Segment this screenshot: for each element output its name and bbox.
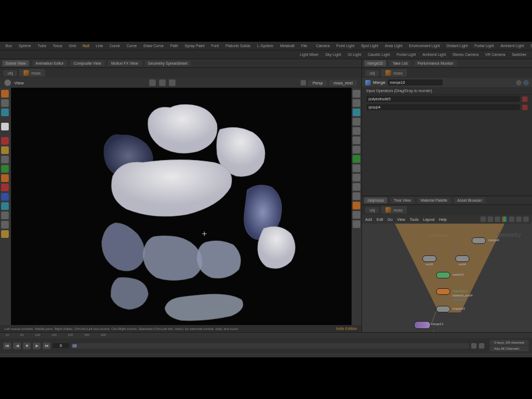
network-canvas[interactable]: Geometry subnetwork merge9 — [362, 224, 532, 332]
param-path-obj[interactable]: obj — [365, 70, 379, 76]
net-ico-6[interactable] — [523, 216, 529, 222]
current-frame-field[interactable] — [53, 343, 69, 348]
shelf-distlight[interactable]: Distant Light — [444, 43, 470, 49]
net-tab-path[interactable]: /obj/moss — [364, 197, 387, 203]
arrow-tool-icon[interactable] — [1, 123, 9, 130]
path-tab-moss[interactable]: moss — [19, 69, 45, 77]
first-frame-button[interactable]: ⏮ — [3, 343, 11, 349]
shelf-vr2[interactable]: VR Camera — [483, 52, 508, 58]
shelf-spotlight[interactable]: Spot Light — [359, 43, 381, 49]
param-tab-perfmon[interactable]: Performance Monitor — [414, 60, 456, 66]
delete-input-1-icon[interactable] — [522, 105, 528, 110]
node-switch3[interactable]: switch3 — [436, 272, 450, 278]
snap2-icon[interactable] — [159, 79, 166, 86]
menu-go[interactable]: Go — [388, 218, 393, 221]
tab-motionfx[interactable]: Motion FX View — [108, 60, 142, 66]
timeline-opt-icon[interactable] — [471, 343, 477, 349]
shelf-gi[interactable]: GI Light — [346, 52, 364, 58]
shelf-tube[interactable]: Tube — [36, 43, 49, 49]
shelf-stereo2[interactable]: Stereo Camera — [450, 52, 480, 58]
tool-red2-icon[interactable] — [1, 184, 9, 191]
display-c9-icon[interactable] — [353, 183, 360, 191]
shelf-torus[interactable]: Torus — [50, 43, 64, 49]
shelf-grid[interactable]: Grid — [66, 43, 78, 49]
input-op-1[interactable] — [366, 104, 520, 110]
net-tab-asset[interactable]: Asset Browser — [454, 197, 485, 203]
delete-input-0-icon[interactable] — [522, 96, 528, 102]
display-c2-icon[interactable] — [353, 118, 360, 126]
shelf-font[interactable]: Font — [209, 43, 221, 49]
help-icon[interactable] — [523, 80, 529, 86]
stop-button[interactable]: ■ — [23, 343, 31, 349]
tool-green-icon[interactable] — [1, 165, 9, 173]
net-ico-2[interactable] — [488, 216, 493, 222]
node-sort2[interactable]: sort2 — [422, 255, 437, 266]
display-c13-icon[interactable] — [353, 220, 360, 228]
shelf-camera[interactable]: Camera — [314, 43, 332, 49]
param-tab-takelist[interactable]: Take List — [389, 60, 411, 66]
shelf-envlight[interactable]: Environment Light — [407, 43, 442, 49]
display-c6-icon[interactable] — [353, 155, 360, 163]
net-ico-1[interactable] — [480, 216, 486, 222]
tool-blue-icon[interactable] — [1, 193, 9, 201]
node-merge9[interactable]: merge9 — [472, 237, 486, 244]
shelf-null[interactable]: Null — [81, 43, 92, 49]
next-frame-button[interactable]: ⏭ — [43, 343, 50, 349]
display-c5-icon[interactable] — [353, 146, 360, 153]
camera-type-dropdown[interactable]: Persp — [308, 80, 327, 86]
shelf-pointlight[interactable]: Point Light — [334, 43, 356, 49]
move-tool-icon[interactable] — [1, 99, 9, 107]
display-c8-icon[interactable] — [353, 174, 360, 181]
shelf-curve[interactable]: Curve — [107, 43, 122, 49]
net-ico-3[interactable] — [495, 216, 500, 222]
display-c7-icon[interactable] — [353, 164, 360, 172]
timeline-opt2-icon[interactable] — [479, 343, 484, 349]
snap-icon[interactable] — [149, 79, 156, 86]
tool-brush-icon[interactable] — [1, 156, 9, 163]
shelf-line[interactable]: Line — [94, 43, 105, 49]
playhead[interactable] — [72, 344, 77, 347]
view-menu-button[interactable]: View — [14, 81, 24, 86]
select-tool-icon[interactable] — [1, 90, 9, 98]
menu-help[interactable]: Help — [439, 218, 446, 221]
menu-add[interactable]: Add — [365, 218, 372, 221]
shelf-switch2[interactable]: Switcher — [510, 52, 529, 58]
key-all-button[interactable]: Key All Channels — [490, 346, 529, 351]
display-c3-icon[interactable] — [353, 127, 360, 135]
display-c4-icon[interactable] — [353, 136, 360, 144]
shelf-box[interactable]: Box — [3, 43, 14, 49]
shelf-file[interactable]: File — [299, 43, 309, 49]
shelf-drawcurve[interactable]: Draw Curve — [141, 43, 166, 49]
timeline-track[interactable] — [71, 343, 469, 349]
net-ico-color[interactable] — [502, 216, 507, 222]
display-wire-icon[interactable] — [353, 90, 360, 98]
menu-tools[interactable]: Tools — [410, 218, 418, 221]
net-ico-5[interactable] — [516, 216, 522, 222]
shelf-sky[interactable]: Sky Light — [323, 52, 343, 58]
node-unpack3[interactable]: unpack3 — [436, 306, 450, 312]
shelf-portal2[interactable]: Portal Light — [394, 52, 418, 58]
display-c1-icon[interactable] — [353, 109, 360, 116]
path-tab-obj[interactable]: obj — [3, 70, 17, 76]
tool-red-icon[interactable] — [1, 137, 9, 145]
tool-mesh-icon[interactable] — [1, 212, 9, 219]
snap3-icon[interactable] — [169, 79, 176, 86]
shelf-lsystem[interactable]: L-System — [255, 43, 276, 49]
shelf-caustic[interactable]: Caustic Light — [365, 52, 392, 58]
node-sort4[interactable]: sort4 — [455, 255, 469, 266]
shelf-arealight[interactable]: Area Light — [383, 43, 405, 49]
shelf-platonic[interactable]: Platonic Solids — [223, 43, 253, 49]
net-ico-4[interactable] — [509, 216, 514, 222]
rotate-tool-icon[interactable] — [1, 109, 9, 116]
node-foreach-end[interactable]: HijackAnd foreach_end4 feedback — [436, 288, 450, 295]
tool-yellow-icon[interactable] — [1, 146, 9, 154]
net-path-moss[interactable]: moss — [381, 206, 407, 214]
tool-orange-icon[interactable] — [1, 174, 9, 182]
menu-layout[interactable]: Layout — [423, 218, 434, 221]
display-c11-icon[interactable] — [353, 202, 360, 209]
tab-spreadsheet[interactable]: Geometry Spreadsheet — [145, 60, 191, 66]
tool-cyan-icon[interactable] — [1, 202, 9, 210]
gear-icon[interactable] — [516, 80, 522, 86]
shelf-amb2[interactable]: Ambient Light — [420, 52, 448, 58]
input-op-0[interactable] — [366, 96, 520, 102]
